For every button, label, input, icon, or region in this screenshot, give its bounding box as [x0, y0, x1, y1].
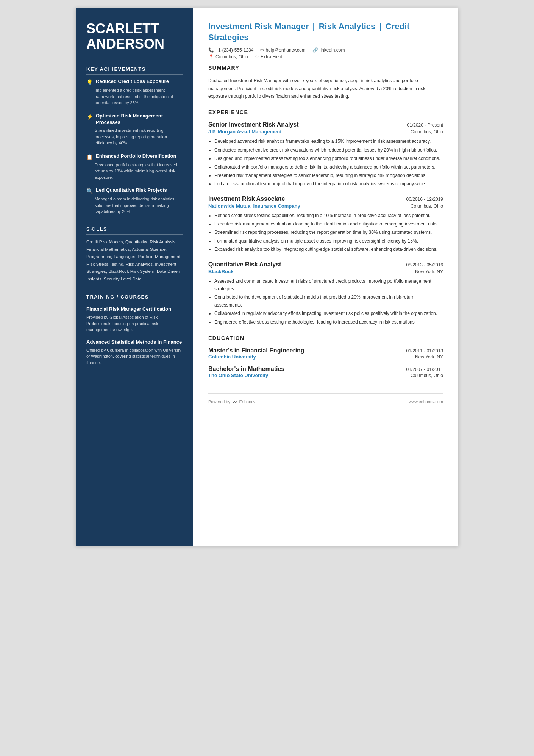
exp-bullet-3-3: Collaborated in regulatory advocacy effo… — [214, 310, 443, 317]
skills-title: SKILLS — [86, 226, 183, 235]
brand-logo-icon: ∞ — [233, 398, 237, 405]
edu-school-2: The Ohio State University — [208, 373, 268, 378]
training-title-2: Advanced Statistical Methods in Finance — [86, 339, 183, 346]
achievement-icon-4: 🔍 — [86, 188, 93, 194]
name-line1: SCARLETT — [86, 21, 159, 36]
education-title: EDUCATION — [208, 335, 443, 343]
contact-row-1: 📞 +1-(234)-555-1234 ✉ help@enhancv.com 🔗… — [208, 47, 443, 53]
edu-degree-2: Bachelor's in Mathematics — [208, 366, 284, 373]
achievement-desc-4: Managed a team in delivering risk analyt… — [86, 196, 183, 215]
achievement-title-1: Reduced Credit Loss Exposure — [96, 78, 169, 85]
edu-location-2: Columbus, Ohio — [411, 373, 443, 378]
exp-bullet-1-1: Developed advanced risk analytics framew… — [214, 138, 443, 145]
edu-location-1: New York, NY — [415, 354, 443, 360]
exp-bullets-1: Developed advanced risk analytics framew… — [208, 138, 443, 188]
linkedin-text: linkedin.com — [320, 47, 345, 53]
skills-section: SKILLS Credit Risk Models, Quantitative … — [86, 226, 183, 283]
linkedin-icon: 🔗 — [312, 47, 318, 53]
exp-dates-1: 01/2020 - Present — [407, 122, 443, 128]
exp-dates-3: 08/2013 - 05/2016 — [406, 262, 443, 268]
exp-bullets-3: Assessed and communicated investment ris… — [208, 277, 443, 326]
email-text: help@enhancv.com — [265, 47, 305, 53]
training-title: TRAINING / COURSES — [86, 294, 183, 302]
edu-dates-1: 01/2011 - 01/2013 — [406, 348, 443, 354]
achievement-icon-3: 📋 — [86, 154, 93, 160]
training-desc-2: Offered by Coursera in collaboration wit… — [86, 347, 183, 366]
footer-website: www.enhancv.com — [409, 399, 443, 404]
experience-section: EXPERIENCE Senior Investment Risk Analys… — [208, 109, 443, 326]
contact-extra: ☆ Extra Field — [255, 54, 282, 59]
exp-bullet-1-3: Designed and implemented stress testing … — [214, 155, 443, 162]
main-content: Investment Risk Manager | Risk Analytics… — [193, 8, 458, 546]
training-item-1: Financial Risk Manager Certification Pro… — [86, 306, 183, 333]
exp-bullet-3-1: Assessed and communicated investment ris… — [214, 277, 443, 293]
achievement-icon-2: ⚡ — [86, 114, 93, 120]
main-header: Investment Risk Manager | Risk Analytics… — [208, 21, 443, 59]
location-icon: 📍 — [208, 54, 214, 59]
summary-section: SUMMARY Dedicated Investment Risk Manage… — [208, 65, 443, 100]
title-part2: Risk Analytics — [319, 22, 376, 31]
pipe-2: | — [379, 22, 381, 31]
edu-entry-2: Bachelor's in Mathematics 01/2007 - 01/2… — [208, 366, 443, 378]
job-title: Investment Risk Manager | Risk Analytics… — [208, 21, 443, 43]
exp-bullet-1-2: Conducted comprehensive credit risk eval… — [214, 146, 443, 154]
pipe-1: | — [312, 22, 315, 31]
contact-row-2: 📍 Columbus, Ohio ☆ Extra Field — [208, 54, 443, 59]
exp-location-3: New York, NY — [415, 269, 443, 274]
footer: Powered by ∞ Enhancv www.enhancv.com — [208, 393, 443, 405]
phone-icon: 📞 — [208, 47, 214, 53]
email-icon: ✉ — [260, 47, 264, 53]
extra-text: Extra Field — [261, 54, 282, 59]
exp-bullets-2: Refined credit stress testing capabiliti… — [208, 212, 443, 254]
title-part1: Investment Risk Manager — [208, 22, 309, 31]
exp-bullet-2-3: Streamlined risk reporting processes, re… — [214, 229, 443, 236]
location-text: Columbus, Ohio — [215, 54, 248, 59]
exp-job-title-2: Investment Risk Associate — [208, 196, 285, 202]
exp-bullet-1-5: Presented risk management strategies to … — [214, 172, 443, 179]
achievement-title-2: Optimized Risk Management Processes — [96, 113, 183, 126]
name-line2: ANDERSON — [86, 36, 164, 52]
contact-linkedin: 🔗 linkedin.com — [312, 47, 345, 53]
exp-bullet-3-2: Contributed to the development of statis… — [214, 293, 443, 309]
footer-left: Powered by ∞ Enhancv — [208, 398, 255, 405]
contact-phone: 📞 +1-(234)-555-1234 — [208, 47, 253, 53]
resume-container: SCARLETT ANDERSON KEY ACHIEVEMENTS 💡 Red… — [76, 8, 458, 546]
exp-job-title-3: Quantitative Risk Analyst — [208, 261, 281, 268]
edu-degree-1: Master's in Financial Engineering — [208, 347, 304, 354]
edu-entry-1: Master's in Financial Engineering 01/201… — [208, 347, 443, 360]
exp-bullet-2-2: Executed risk management evaluations lea… — [214, 220, 443, 228]
candidate-name: SCARLETT ANDERSON — [86, 21, 183, 51]
achievement-item-2: ⚡ Optimized Risk Management Processes St… — [86, 113, 183, 146]
exp-bullet-3-4: Engineered effective stress testing meth… — [214, 318, 443, 326]
achievement-item-1: 💡 Reduced Credit Loss Exposure Implement… — [86, 78, 183, 106]
achievement-title-4: Led Quantitative Risk Projects — [96, 187, 167, 194]
achievement-desc-1: Implemented a credit-risk assessment fra… — [86, 87, 183, 106]
edu-dates-2: 01/2007 - 01/2011 — [406, 367, 443, 372]
exp-job-title-1: Senior Investment Risk Analyst — [208, 121, 299, 128]
edu-school-1: Columbia University — [208, 354, 256, 360]
contact-email: ✉ help@enhancv.com — [260, 47, 305, 53]
summary-title: SUMMARY — [208, 65, 443, 73]
exp-bullet-1-4: Collaborated with portfolio managers to … — [214, 163, 443, 171]
exp-bullet-2-4: Formulated quantitative analysis on mult… — [214, 237, 443, 245]
exp-entry-2: Investment Risk Associate 06/2016 - 12/2… — [208, 196, 443, 254]
achievements-section: KEY ACHIEVEMENTS 💡 Reduced Credit Loss E… — [86, 66, 183, 215]
exp-entry-3: Quantitative Risk Analyst 08/2013 - 05/2… — [208, 261, 443, 326]
achievement-desc-2: Streamlined investment risk reporting pr… — [86, 127, 183, 146]
exp-bullet-2-1: Refined credit stress testing capabiliti… — [214, 212, 443, 219]
exp-location-1: Columbus, Ohio — [411, 129, 443, 135]
phone-text: +1-(234)-555-1234 — [215, 47, 253, 53]
brand-name: Enhancv — [239, 399, 256, 404]
contact-location: 📍 Columbus, Ohio — [208, 54, 248, 59]
exp-company-1: J.P. Morgan Asset Management — [208, 129, 282, 135]
powered-by-text: Powered by — [208, 399, 230, 404]
training-item-2: Advanced Statistical Methods in Finance … — [86, 339, 183, 366]
exp-location-2: Columbus, Ohio — [411, 203, 443, 209]
exp-company-2: Nationwide Mutual Insurance Company — [208, 203, 300, 209]
summary-text: Dedicated Investment Risk Manager with o… — [208, 77, 443, 100]
exp-bullet-1-6: Led a cross-functional team project that… — [214, 180, 443, 188]
exp-entry-1: Senior Investment Risk Analyst 01/2020 -… — [208, 121, 443, 188]
exp-company-3: BlackRock — [208, 269, 233, 274]
star-icon: ☆ — [255, 54, 259, 59]
achievement-icon-1: 💡 — [86, 79, 93, 85]
